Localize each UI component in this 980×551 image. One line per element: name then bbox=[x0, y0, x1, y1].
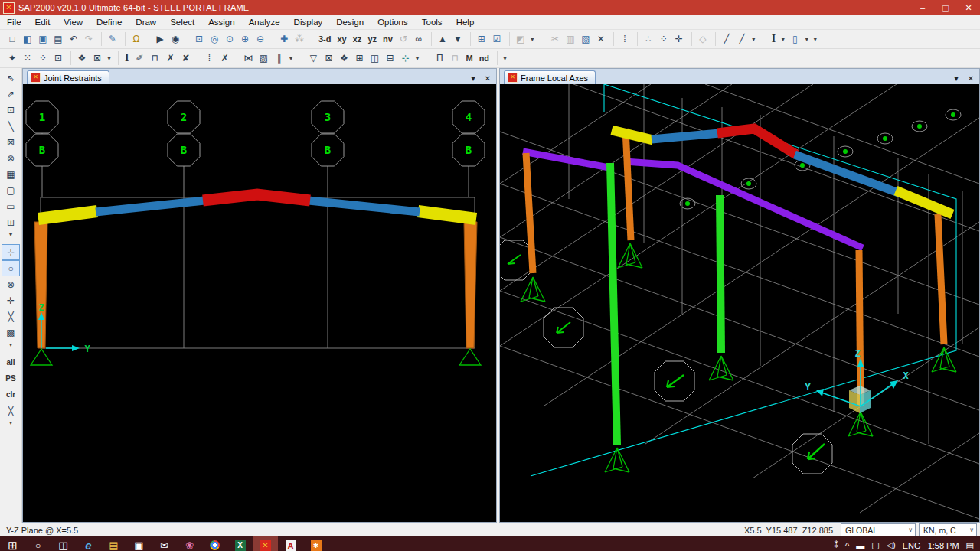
menu-item[interactable]: View bbox=[57, 15, 90, 29]
window-close-icon[interactable]: ✕ bbox=[965, 72, 977, 84]
area-section-dropdown[interactable]: ▾ bbox=[802, 31, 811, 47]
left-haunch-member[interactable] bbox=[38, 211, 97, 219]
pan-icon[interactable]: ✚ bbox=[276, 31, 292, 47]
tray-expand-icon[interactable]: ^ bbox=[845, 541, 849, 550]
delete-icon[interactable]: ✕ bbox=[593, 31, 609, 47]
grid-snap-icon[interactable]: ⊹ bbox=[397, 51, 413, 66]
view-xy-icon[interactable]: xy bbox=[335, 31, 350, 47]
snap-dropdown[interactable]: ▾ bbox=[2, 341, 20, 348]
quick-braces-icon[interactable]: ⊗ bbox=[2, 150, 20, 166]
perspective-icon[interactable]: ∞ bbox=[411, 31, 426, 47]
interactive-database-icon[interactable]: ⁞ bbox=[617, 31, 632, 47]
measure-icon[interactable]: ∥ bbox=[271, 51, 286, 66]
save-model-icon[interactable]: ▣ bbox=[35, 31, 51, 47]
merge-joints-icon[interactable]: ❖ bbox=[336, 51, 351, 66]
objects-shown-icon[interactable]: ☑ bbox=[489, 31, 505, 47]
nd-mode-icon[interactable]: nd bbox=[476, 51, 492, 66]
clear-selection-icon[interactable]: clr bbox=[0, 386, 23, 403]
view-nv-icon[interactable]: nv bbox=[380, 31, 396, 47]
separator[interactable] bbox=[710, 32, 716, 46]
cortana-icon[interactable]: ○ bbox=[25, 536, 51, 551]
open-model-icon[interactable]: ◧ bbox=[20, 31, 35, 47]
store-icon[interactable]: ▣ bbox=[126, 536, 152, 551]
draw-developed-elevation-icon[interactable]: ❖ bbox=[74, 51, 90, 66]
align-joints-icon[interactable]: ⊞ bbox=[351, 51, 367, 66]
snap-grid-icon[interactable]: ▩ bbox=[2, 324, 20, 341]
lock-model-icon[interactable]: Ω bbox=[129, 31, 144, 47]
selected-left-rafter-member[interactable] bbox=[652, 133, 720, 139]
assign-line2-icon[interactable]: ╱ bbox=[734, 31, 750, 47]
coordinate-system-select[interactable]: GLOBAL ∨ bbox=[841, 523, 916, 536]
model-canvas-2d[interactable]: 1 B 2 B 3 B 4 B bbox=[23, 84, 496, 522]
close-button[interactable]: ✕ bbox=[957, 0, 980, 15]
cut-icon[interactable]: ✂ bbox=[547, 31, 563, 47]
select-dropdown[interactable]: ▾ bbox=[2, 419, 20, 426]
separator[interactable] bbox=[66, 51, 71, 65]
menu-item[interactable]: Draw bbox=[129, 15, 163, 29]
menu-item[interactable]: Options bbox=[371, 15, 415, 29]
select-all-icon[interactable]: all bbox=[0, 354, 23, 370]
separator[interactable] bbox=[687, 32, 692, 46]
frame-section-dropdown[interactable]: ▾ bbox=[779, 31, 787, 47]
selected-left-haunch-member[interactable] bbox=[612, 130, 653, 140]
draw-braces-icon[interactable]: ⁘ bbox=[35, 51, 51, 66]
apex-member[interactable] bbox=[203, 194, 310, 201]
join-frames-icon[interactable]: ⁞ bbox=[201, 51, 217, 66]
trim-frames-icon[interactable]: ✘ bbox=[178, 51, 193, 66]
quick-frame-icon[interactable]: ⊠ bbox=[2, 134, 20, 150]
frame-releases-icon[interactable]: Π bbox=[432, 51, 447, 66]
draw-poly-area-icon[interactable]: ▦ bbox=[2, 166, 20, 182]
draw-rect-area-icon[interactable]: ▭ bbox=[2, 198, 20, 214]
new-model-icon[interactable]: □ bbox=[5, 31, 20, 47]
draw-frame-line-icon[interactable]: ╲ bbox=[2, 118, 20, 134]
people-icon[interactable]: ⁑ bbox=[835, 540, 839, 550]
task-view-icon[interactable]: ◫ bbox=[51, 536, 76, 551]
file-explorer-icon[interactable]: ▤ bbox=[101, 536, 126, 551]
row2-more-dropdown[interactable]: ▾ bbox=[501, 51, 509, 66]
walkthrough-icon[interactable]: ⁂ bbox=[292, 31, 307, 47]
separator[interactable] bbox=[505, 32, 510, 46]
autocad-icon[interactable]: A bbox=[278, 536, 303, 551]
area-object-icon[interactable]: ◇ bbox=[695, 31, 710, 47]
grid-dropdown[interactable]: ▾ bbox=[413, 51, 421, 66]
edit-areas-icon[interactable]: ▨ bbox=[256, 51, 271, 66]
more-tools-dropdown[interactable]: ▾ bbox=[811, 31, 819, 47]
replicate-icon[interactable]: ⋈ bbox=[240, 51, 256, 66]
edge-icon[interactable]: e bbox=[76, 536, 101, 551]
tab-joint-restraints[interactable]: ✕ Joint Restraints bbox=[27, 70, 109, 84]
separator[interactable] bbox=[268, 32, 273, 46]
frame-section-icon[interactable]: I bbox=[769, 31, 779, 47]
zoom-out-icon[interactable]: ⊖ bbox=[253, 31, 268, 47]
separator[interactable] bbox=[183, 32, 188, 46]
draw-joint-icon[interactable]: ⊡ bbox=[2, 102, 20, 118]
snap-lines-icon[interactable]: ╳ bbox=[2, 308, 20, 324]
green-column-member[interactable] bbox=[720, 195, 721, 353]
move-objects-icon[interactable]: ✛ bbox=[671, 31, 687, 47]
paint3d-icon[interactable]: ❀ bbox=[177, 536, 202, 551]
separator[interactable] bbox=[466, 32, 471, 46]
quick-draw-area-icon[interactable]: ⊓ bbox=[147, 51, 162, 66]
selected-left-column-member[interactable] bbox=[626, 129, 631, 240]
gap[interactable] bbox=[295, 51, 305, 66]
menu-item[interactable]: Assign bbox=[201, 15, 242, 29]
start-button[interactable]: ⊞ bbox=[0, 536, 25, 551]
draw-secondary-beams-icon[interactable]: ⊡ bbox=[51, 51, 66, 66]
maximize-button[interactable]: ▢ bbox=[934, 0, 957, 15]
menu-item[interactable]: Analyze bbox=[242, 15, 287, 29]
separator[interactable] bbox=[307, 32, 312, 46]
view-xz-icon[interactable]: xz bbox=[350, 31, 365, 47]
run-analysis-icon[interactable]: ▶ bbox=[152, 31, 168, 47]
partial-fixity-icon[interactable]: ⊓ bbox=[447, 51, 462, 66]
copy-icon[interactable]: ▥ bbox=[563, 31, 578, 47]
network-icon[interactable]: ▢ bbox=[871, 540, 879, 550]
named-display-icon[interactable]: ⊞ bbox=[474, 31, 489, 47]
units-select[interactable]: KN, m, C ∨ bbox=[919, 523, 977, 536]
previous-zoom-icon[interactable]: ⊙ bbox=[222, 31, 237, 47]
separator[interactable] bbox=[426, 32, 432, 46]
menu-item[interactable]: Edit bbox=[28, 15, 57, 29]
separator[interactable] bbox=[232, 51, 237, 65]
purple-rafter-member[interactable] bbox=[625, 161, 863, 248]
redo-icon[interactable]: ↷ bbox=[81, 31, 96, 47]
menu-item[interactable]: Select bbox=[163, 15, 201, 29]
mirror-icon[interactable]: ✗ bbox=[217, 51, 232, 66]
